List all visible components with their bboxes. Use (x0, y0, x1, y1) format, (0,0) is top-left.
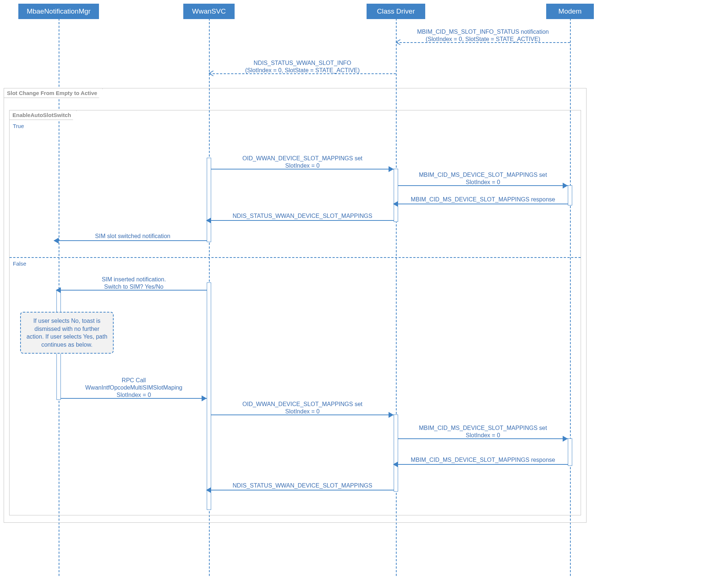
activation-wwansvc-false (207, 282, 211, 510)
activation-modem-true (568, 185, 572, 205)
guard-true: True (13, 123, 24, 129)
guard-false: False (13, 260, 26, 267)
msg-label-11b: SlotIndex = 0 (398, 432, 568, 439)
participant-modem: Modem (546, 4, 594, 19)
msg-label-13: NDIS_STATUS_WWAN_DEVICE_SLOT_MAPPINGS (211, 482, 394, 489)
msg-label-1a: MBIM_CID_MS_SLOT_INFO_STATUS notificatio… (396, 29, 570, 35)
activation-classdriver-false (394, 415, 398, 492)
msg-label-4b: SlotIndex = 0 (398, 179, 568, 186)
frame-label-outer: Slot Change From Empty to Active (4, 88, 103, 98)
msg-label-9a: RPC Call (61, 377, 207, 384)
frame-label-inner: EnableAutoSlotSwitch (10, 110, 77, 120)
participant-classdriver: Class Driver (367, 4, 425, 19)
msg-label-9b: WwanIntfOpcodeMultiSIMSlotMaping (61, 384, 207, 391)
msg-label-2a: NDIS_STATUS_WWAN_SLOT_INFO (209, 60, 396, 66)
activation-wwansvc-true (207, 158, 211, 242)
activation-classdriver-true (394, 169, 398, 222)
msg-label-10a: OID_WWAN_DEVICE_SLOT_MAPPINGS set (211, 401, 394, 408)
msg-label-11a: MBIM_CID_MS_DEVICE_SLOT_MAPPINGS set (398, 425, 568, 431)
msg-label-9c: SlotIndex = 0 (61, 392, 207, 398)
msg-label-4a: MBIM_CID_MS_DEVICE_SLOT_MAPPINGS set (398, 172, 568, 178)
frame-divider (10, 257, 581, 258)
msg-label-8a: SIM inserted notification. (61, 276, 207, 283)
participant-wwansvc: WwanSVC (183, 4, 235, 19)
activation-modem-false (568, 438, 572, 466)
msg-label-5: MBIM_CID_MS_DEVICE_SLOT_MAPPINGS respons… (398, 196, 568, 203)
note-user-selects: If user selects No, toast is dismissed w… (20, 312, 114, 354)
participant-mbae: MbaeNotificationMgr (18, 4, 99, 19)
msg-label-3a: OID_WWAN_DEVICE_SLOT_MAPPINGS set (211, 155, 394, 162)
msg-label-3b: SlotIndex = 0 (211, 163, 394, 169)
msg-label-6: NDIS_STATUS_WWAN_DEVICE_SLOT_MAPPINGS (211, 213, 394, 219)
msg-label-8b: Switch to SIM? Yes/No (61, 284, 207, 290)
msg-label-12: MBIM_CID_MS_DEVICE_SLOT_MAPPINGS respons… (398, 457, 568, 463)
msg-label-10b: SlotIndex = 0 (211, 408, 394, 415)
msg-label-1b: (SlotIndex = 0, SlotState = STATE_ACTIVE… (396, 36, 570, 43)
msg-label-2b: (SlotIndex = 0, SlotState = STATE_ACTIVE… (209, 67, 396, 74)
msg-label-7: SIM slot switched notification (59, 233, 207, 240)
